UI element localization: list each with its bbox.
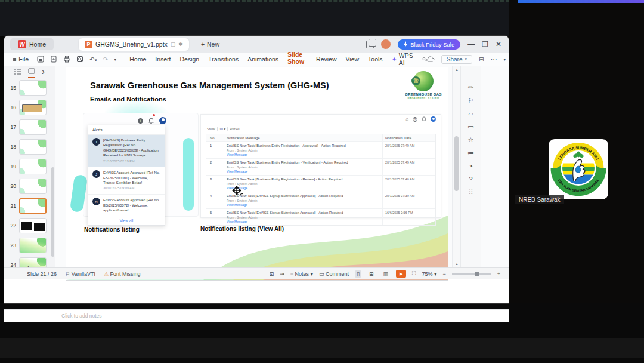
normal-view-button[interactable]: ▯ xyxy=(355,270,361,278)
redo-icon[interactable]: ↷ xyxy=(103,56,108,63)
save-icon[interactable] xyxy=(37,56,44,63)
slide-thumb-19[interactable]: 19 xyxy=(4,156,55,176)
search-icon[interactable] xyxy=(422,56,426,63)
flag-tool-icon[interactable]: ⚐ xyxy=(468,97,474,104)
zoom-in-button[interactable]: + xyxy=(497,271,500,277)
slide-thumbnail[interactable] xyxy=(19,198,47,214)
collapse-panel-icon[interactable]: › xyxy=(42,66,45,77)
apps-grid-icon[interactable]: ⠿ xyxy=(468,189,473,196)
reading-view-button[interactable]: ▥ xyxy=(382,270,391,278)
document-tab[interactable]: P GHGMS_Briefing_v1.pptx ▢ ✱ xyxy=(79,38,189,51)
undo-icon[interactable]: ↶▾ xyxy=(89,56,97,63)
slide-thumbnail[interactable] xyxy=(19,119,47,135)
slide-thumb-21-selected[interactable]: 21 xyxy=(4,196,55,216)
cloud-sync-icon[interactable] xyxy=(426,56,435,62)
tab-insert[interactable]: Insert xyxy=(155,56,171,63)
alert-text: EnVISS Account Approved [Ref No. ES/2025… xyxy=(103,198,160,212)
previous-slide-button[interactable]: ▴ xyxy=(456,262,457,266)
right-tool-rail: — ✏ ⚐ ▱ ▭ ☆ ≔ ◔ ? ⠿ xyxy=(460,66,481,279)
slide-number: 22 xyxy=(8,223,16,229)
slide-thumbnail[interactable] xyxy=(19,159,47,174)
participant-video-tile[interactable]: LEMBAGA SUMBER ASLI DAN ALAM SEKITAR SAR… xyxy=(549,139,608,199)
col-date: Notification Date xyxy=(382,134,435,141)
slide-thumb-16[interactable]: 16 xyxy=(4,97,55,117)
tab-review[interactable]: Review xyxy=(316,56,336,63)
tab-wps-ai[interactable]: ✦ WPS AI xyxy=(392,52,413,66)
outline-view-icon[interactable] xyxy=(14,69,21,75)
panel-scrollbar[interactable] xyxy=(51,167,54,257)
slideshow-play-button[interactable]: ▶ xyxy=(396,270,406,278)
zoom-level[interactable]: 75% ▾ xyxy=(422,271,436,277)
tab-preview-icon[interactable]: ▢ xyxy=(171,41,176,47)
row-date: 20/1/2025 07:49 AM xyxy=(382,142,435,158)
zoom-slider[interactable] xyxy=(452,273,491,275)
file-menu[interactable]: ≡ File xyxy=(13,56,29,63)
slide-thumbnail[interactable] xyxy=(19,179,47,194)
new-tab-button[interactable]: + New xyxy=(201,41,219,48)
comment-tool-icon[interactable]: ▭ xyxy=(467,124,473,130)
edit-tools-icon[interactable]: ✏ xyxy=(468,84,473,91)
tab-view[interactable]: View xyxy=(345,56,359,63)
slide-thumbnail[interactable] xyxy=(19,139,47,155)
slide-thumbnail[interactable] xyxy=(19,238,47,253)
per-page-select: 10 ▾ xyxy=(217,127,228,131)
slide-number: 21 xyxy=(8,203,16,209)
print-icon[interactable] xyxy=(63,56,70,63)
tab-animations[interactable]: Animations xyxy=(247,56,278,63)
tab-transitions[interactable]: Transitions xyxy=(208,56,239,63)
scroll-up-icon[interactable]: ▴ xyxy=(453,67,461,72)
tab-jump-icon[interactable]: ⇥ xyxy=(280,271,284,277)
shapes-tool-icon[interactable]: ▱ xyxy=(468,110,473,117)
tab-design[interactable]: Design xyxy=(180,56,200,63)
scrollbar-thumb[interactable] xyxy=(454,136,459,191)
slide-thumbnail[interactable] xyxy=(19,218,47,233)
fit-slide-icon[interactable]: ⛶ xyxy=(412,270,416,277)
collapse-ribbon-icon[interactable]: ▾ xyxy=(503,57,506,62)
toolbar-expand-icon[interactable]: ▾ xyxy=(114,57,116,62)
slide-thumb-18[interactable]: 18 xyxy=(4,137,55,156)
font-missing-warning[interactable]: ⚠ Font Missing xyxy=(104,271,141,277)
zoom-slider-handle[interactable] xyxy=(475,272,479,276)
collapse-rail-icon[interactable]: — xyxy=(467,71,474,78)
black-friday-sale-button[interactable]: Black Friday Sale xyxy=(398,39,460,50)
comment-button[interactable]: ▭ Comment xyxy=(319,271,349,277)
slide-thumbnail[interactable] xyxy=(19,100,47,115)
help-icon[interactable]: ? xyxy=(469,176,472,183)
slide-thumb-15[interactable]: 15 xyxy=(4,78,55,97)
slide-scrollbar[interactable]: ▴ ▴ ≡ ▾ xyxy=(452,66,461,279)
account-avatar[interactable] xyxy=(381,39,391,49)
lightning-icon xyxy=(404,41,408,47)
share-button[interactable]: Share ▾ xyxy=(441,55,472,64)
menu-bar: ≡ File ↶▾ ↷ ▾ Home Insert Design Transit… xyxy=(4,53,509,66)
slide-thumbnail[interactable] xyxy=(19,80,47,96)
home-tab[interactable]: W Home xyxy=(10,38,54,50)
slide-21[interactable]: Sarawak Greenhouse Gas Management System… xyxy=(66,67,448,281)
slide-thumb-20[interactable]: 20 xyxy=(4,176,55,196)
view-message-link: View Message xyxy=(227,203,380,207)
selection-pane-icon[interactable]: ⊡ xyxy=(270,271,274,277)
slide-sorter-view-button[interactable]: ⊞ xyxy=(367,270,376,278)
favorites-icon[interactable]: ☆ xyxy=(468,137,474,143)
maximize-button[interactable]: ❐ xyxy=(482,41,488,48)
tab-home[interactable]: Home xyxy=(129,56,146,63)
minimize-button[interactable]: — xyxy=(467,41,475,48)
export-icon[interactable] xyxy=(50,56,57,63)
slide-thumb-23[interactable]: 23 xyxy=(4,235,55,255)
window-layout-icon[interactable] xyxy=(366,41,374,48)
tab-slide-show[interactable]: Slide Show xyxy=(287,51,307,67)
ribbon-layout-icon[interactable]: ⊟ xyxy=(479,56,484,63)
close-button[interactable]: ✕ xyxy=(496,41,501,48)
tab-tools[interactable]: Tools xyxy=(368,56,383,63)
notes-toggle[interactable]: ≡ Notes ▾ xyxy=(290,271,313,277)
zoom-out-button[interactable]: − xyxy=(442,271,445,277)
theme-indicator[interactable]: ⚐ VanillaVTI xyxy=(65,271,95,277)
print-preview-icon[interactable] xyxy=(76,56,83,63)
settings-sliders-icon[interactable]: ≔ xyxy=(467,150,474,156)
slide-thumb-17[interactable]: 17 xyxy=(4,117,55,137)
slide-number: 18 xyxy=(8,144,16,150)
slide-thumb-22[interactable]: 22 xyxy=(4,216,55,235)
more-options-icon[interactable]: ⋯ xyxy=(491,56,497,63)
history-icon[interactable]: ◔ xyxy=(469,163,473,170)
notes-area[interactable]: Click to add notes xyxy=(4,309,509,322)
slide-view-icon[interactable] xyxy=(28,66,35,78)
